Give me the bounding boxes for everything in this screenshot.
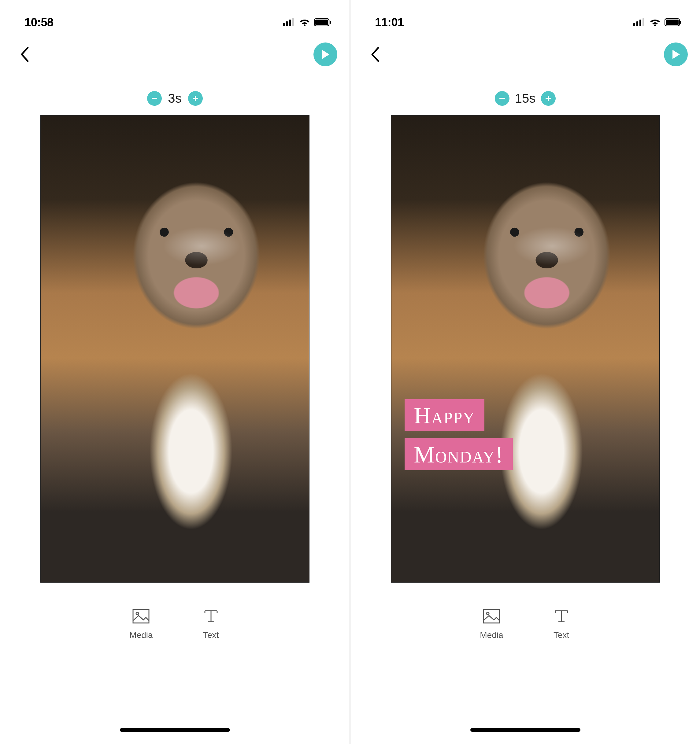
chevron-left-icon [370,46,380,62]
battery-icon [664,18,682,26]
text-icon [203,609,220,623]
text-tool-label: Text [554,630,569,640]
media-tool-label: Media [130,630,153,640]
svg-rect-12 [133,610,149,623]
bottom-toolbar: Media Text [0,607,350,640]
text-overlay-line2: Monday! [405,438,512,470]
home-indicator[interactable] [120,728,230,732]
svg-marker-27 [672,50,680,59]
media-tool-button[interactable]: Media [130,607,153,640]
svg-rect-9 [152,98,157,99]
svg-rect-30 [548,96,549,101]
svg-marker-8 [322,50,329,59]
nav-bar [0,36,350,73]
media-icon [133,609,149,623]
chevron-left-icon [20,46,29,62]
screenshot-pair: 10:58 3s [0,0,700,744]
duration-control: 15s [350,91,700,106]
media-tool-button[interactable]: Media [480,607,503,640]
svg-rect-21 [639,19,641,26]
svg-point-23 [654,24,656,26]
duration-control: 3s [0,91,350,106]
play-icon [671,49,681,60]
wifi-icon [299,18,310,26]
phone-screen-left: 10:58 3s [0,0,350,744]
status-icons [633,18,682,26]
duration-increase-button[interactable] [188,91,203,106]
status-time: 11:01 [375,16,404,29]
svg-rect-11 [195,96,196,101]
media-canvas[interactable]: Happy Monday! [391,115,660,583]
svg-point-4 [304,24,305,26]
svg-rect-0 [283,23,285,26]
svg-rect-3 [292,18,294,26]
duration-value: 3s [167,91,183,106]
duration-increase-button[interactable] [541,91,556,106]
svg-rect-6 [315,19,328,25]
svg-rect-22 [642,18,644,26]
text-overlay[interactable]: Happy Monday! [405,399,512,470]
text-tool-button[interactable]: Text [202,607,220,640]
bottom-toolbar: Media Text [350,607,700,640]
svg-rect-26 [680,21,681,24]
nav-bar [350,36,700,73]
minus-icon [151,95,158,102]
svg-rect-28 [499,98,505,99]
media-tool-label: Media [480,630,503,640]
plus-icon [545,95,552,102]
status-icons [283,18,331,26]
battery-icon [314,18,331,26]
cellular-icon [283,18,295,26]
text-icon [553,609,570,623]
play-button[interactable] [664,43,688,66]
canvas-wrap [0,115,350,583]
status-time: 10:58 [24,16,54,29]
cellular-icon [633,18,646,26]
text-overlay-line1: Happy [405,399,484,431]
svg-rect-19 [633,23,635,26]
duration-value: 15s [515,91,536,106]
status-bar: 10:58 [0,9,350,36]
svg-rect-31 [484,610,499,623]
back-button[interactable] [15,45,34,64]
plus-icon [192,95,199,102]
back-button[interactable] [366,45,384,64]
svg-rect-25 [666,19,679,25]
status-bar: 11:01 [350,9,700,36]
svg-rect-1 [286,21,288,26]
duration-decrease-button[interactable] [147,91,162,106]
text-tool-button[interactable]: Text [552,607,570,640]
svg-rect-20 [636,21,638,26]
duration-decrease-button[interactable] [495,91,509,106]
minus-icon [499,95,506,102]
play-button[interactable] [313,43,337,66]
photo-preview [392,116,659,582]
svg-rect-2 [289,19,291,26]
svg-point-32 [487,612,489,615]
media-canvas[interactable] [40,115,310,583]
svg-point-13 [136,612,139,615]
photo-preview [41,116,309,582]
text-tool-label: Text [203,630,219,640]
play-icon [321,49,330,60]
canvas-wrap: Happy Monday! [350,115,700,583]
wifi-icon [649,18,661,26]
svg-rect-7 [330,21,331,24]
home-indicator[interactable] [470,728,581,732]
media-icon [483,609,500,623]
phone-screen-right: 11:01 15s [350,0,700,744]
